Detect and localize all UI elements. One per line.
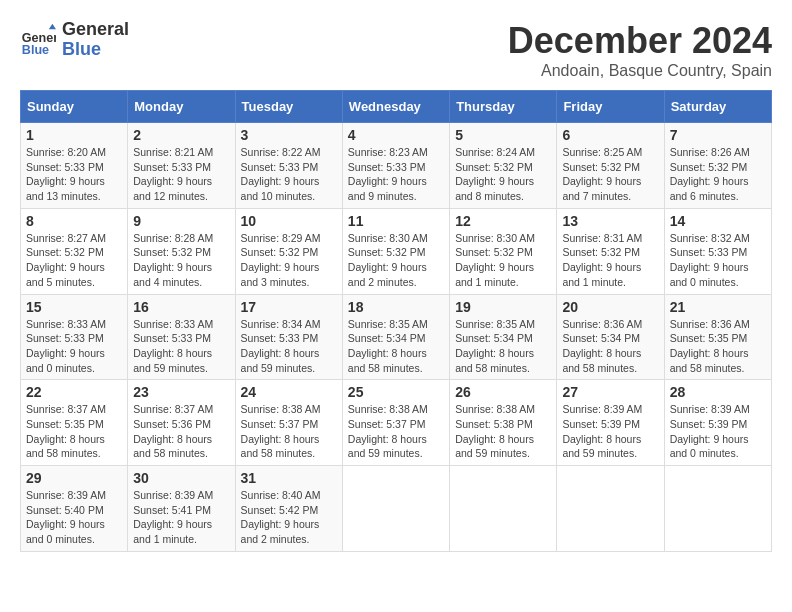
day-number: 15 xyxy=(26,299,122,315)
calendar-week-row: 8 Sunrise: 8:27 AM Sunset: 5:32 PM Dayli… xyxy=(21,208,772,294)
logo-text: General Blue xyxy=(62,20,129,60)
calendar-week-row: 22 Sunrise: 8:37 AM Sunset: 5:35 PM Dayl… xyxy=(21,380,772,466)
day-detail: Sunrise: 8:21 AM Sunset: 5:33 PM Dayligh… xyxy=(133,145,229,204)
day-number: 7 xyxy=(670,127,766,143)
calendar-cell xyxy=(342,466,449,552)
day-number: 26 xyxy=(455,384,551,400)
calendar-cell: 5 Sunrise: 8:24 AM Sunset: 5:32 PM Dayli… xyxy=(450,123,557,209)
day-detail: Sunrise: 8:37 AM Sunset: 5:35 PM Dayligh… xyxy=(26,402,122,461)
day-number: 25 xyxy=(348,384,444,400)
day-detail: Sunrise: 8:36 AM Sunset: 5:35 PM Dayligh… xyxy=(670,317,766,376)
day-detail: Sunrise: 8:39 AM Sunset: 5:39 PM Dayligh… xyxy=(562,402,658,461)
calendar-cell: 11 Sunrise: 8:30 AM Sunset: 5:32 PM Dayl… xyxy=(342,208,449,294)
calendar-cell xyxy=(664,466,771,552)
calendar-cell: 17 Sunrise: 8:34 AM Sunset: 5:33 PM Dayl… xyxy=(235,294,342,380)
calendar-cell: 19 Sunrise: 8:35 AM Sunset: 5:34 PM Dayl… xyxy=(450,294,557,380)
day-detail: Sunrise: 8:30 AM Sunset: 5:32 PM Dayligh… xyxy=(348,231,444,290)
calendar-cell: 10 Sunrise: 8:29 AM Sunset: 5:32 PM Dayl… xyxy=(235,208,342,294)
day-number: 18 xyxy=(348,299,444,315)
logo-icon: General Blue xyxy=(20,22,56,58)
calendar-cell: 4 Sunrise: 8:23 AM Sunset: 5:33 PM Dayli… xyxy=(342,123,449,209)
calendar-header-monday: Monday xyxy=(128,91,235,123)
day-number: 10 xyxy=(241,213,337,229)
day-number: 14 xyxy=(670,213,766,229)
day-number: 27 xyxy=(562,384,658,400)
main-title: December 2024 xyxy=(508,20,772,62)
day-detail: Sunrise: 8:22 AM Sunset: 5:33 PM Dayligh… xyxy=(241,145,337,204)
calendar-header-tuesday: Tuesday xyxy=(235,91,342,123)
day-number: 16 xyxy=(133,299,229,315)
calendar-cell: 6 Sunrise: 8:25 AM Sunset: 5:32 PM Dayli… xyxy=(557,123,664,209)
day-detail: Sunrise: 8:28 AM Sunset: 5:32 PM Dayligh… xyxy=(133,231,229,290)
logo-line1: General xyxy=(62,20,129,40)
calendar-table: SundayMondayTuesdayWednesdayThursdayFrid… xyxy=(20,90,772,552)
day-detail: Sunrise: 8:37 AM Sunset: 5:36 PM Dayligh… xyxy=(133,402,229,461)
day-detail: Sunrise: 8:40 AM Sunset: 5:42 PM Dayligh… xyxy=(241,488,337,547)
day-detail: Sunrise: 8:23 AM Sunset: 5:33 PM Dayligh… xyxy=(348,145,444,204)
day-detail: Sunrise: 8:24 AM Sunset: 5:32 PM Dayligh… xyxy=(455,145,551,204)
page-header: General Blue General Blue December 2024 … xyxy=(20,20,772,80)
calendar-header-friday: Friday xyxy=(557,91,664,123)
title-area: December 2024 Andoain, Basque Country, S… xyxy=(508,20,772,80)
day-number: 21 xyxy=(670,299,766,315)
calendar-cell: 9 Sunrise: 8:28 AM Sunset: 5:32 PM Dayli… xyxy=(128,208,235,294)
calendar-cell xyxy=(557,466,664,552)
calendar-header-sunday: Sunday xyxy=(21,91,128,123)
calendar-cell: 26 Sunrise: 8:38 AM Sunset: 5:38 PM Dayl… xyxy=(450,380,557,466)
day-number: 3 xyxy=(241,127,337,143)
day-number: 20 xyxy=(562,299,658,315)
calendar-cell: 25 Sunrise: 8:38 AM Sunset: 5:37 PM Dayl… xyxy=(342,380,449,466)
svg-marker-2 xyxy=(49,24,56,29)
calendar-cell: 16 Sunrise: 8:33 AM Sunset: 5:33 PM Dayl… xyxy=(128,294,235,380)
day-number: 13 xyxy=(562,213,658,229)
calendar-cell: 13 Sunrise: 8:31 AM Sunset: 5:32 PM Dayl… xyxy=(557,208,664,294)
subtitle: Andoain, Basque Country, Spain xyxy=(508,62,772,80)
day-number: 17 xyxy=(241,299,337,315)
day-number: 5 xyxy=(455,127,551,143)
day-detail: Sunrise: 8:34 AM Sunset: 5:33 PM Dayligh… xyxy=(241,317,337,376)
calendar-cell: 24 Sunrise: 8:38 AM Sunset: 5:37 PM Dayl… xyxy=(235,380,342,466)
day-number: 1 xyxy=(26,127,122,143)
calendar-cell: 3 Sunrise: 8:22 AM Sunset: 5:33 PM Dayli… xyxy=(235,123,342,209)
day-number: 24 xyxy=(241,384,337,400)
calendar-cell: 31 Sunrise: 8:40 AM Sunset: 5:42 PM Dayl… xyxy=(235,466,342,552)
day-detail: Sunrise: 8:29 AM Sunset: 5:32 PM Dayligh… xyxy=(241,231,337,290)
calendar-cell: 20 Sunrise: 8:36 AM Sunset: 5:34 PM Dayl… xyxy=(557,294,664,380)
calendar-header-saturday: Saturday xyxy=(664,91,771,123)
calendar-header-wednesday: Wednesday xyxy=(342,91,449,123)
day-number: 9 xyxy=(133,213,229,229)
day-detail: Sunrise: 8:39 AM Sunset: 5:39 PM Dayligh… xyxy=(670,402,766,461)
day-number: 6 xyxy=(562,127,658,143)
calendar-cell: 28 Sunrise: 8:39 AM Sunset: 5:39 PM Dayl… xyxy=(664,380,771,466)
day-number: 22 xyxy=(26,384,122,400)
day-detail: Sunrise: 8:26 AM Sunset: 5:32 PM Dayligh… xyxy=(670,145,766,204)
day-detail: Sunrise: 8:35 AM Sunset: 5:34 PM Dayligh… xyxy=(348,317,444,376)
calendar-cell: 8 Sunrise: 8:27 AM Sunset: 5:32 PM Dayli… xyxy=(21,208,128,294)
day-detail: Sunrise: 8:36 AM Sunset: 5:34 PM Dayligh… xyxy=(562,317,658,376)
day-detail: Sunrise: 8:32 AM Sunset: 5:33 PM Dayligh… xyxy=(670,231,766,290)
day-detail: Sunrise: 8:39 AM Sunset: 5:40 PM Dayligh… xyxy=(26,488,122,547)
day-detail: Sunrise: 8:38 AM Sunset: 5:38 PM Dayligh… xyxy=(455,402,551,461)
logo: General Blue General Blue xyxy=(20,20,129,60)
calendar-cell: 22 Sunrise: 8:37 AM Sunset: 5:35 PM Dayl… xyxy=(21,380,128,466)
calendar-cell: 15 Sunrise: 8:33 AM Sunset: 5:33 PM Dayl… xyxy=(21,294,128,380)
calendar-cell: 1 Sunrise: 8:20 AM Sunset: 5:33 PM Dayli… xyxy=(21,123,128,209)
calendar-cell: 29 Sunrise: 8:39 AM Sunset: 5:40 PM Dayl… xyxy=(21,466,128,552)
calendar-cell: 2 Sunrise: 8:21 AM Sunset: 5:33 PM Dayli… xyxy=(128,123,235,209)
day-detail: Sunrise: 8:33 AM Sunset: 5:33 PM Dayligh… xyxy=(133,317,229,376)
day-detail: Sunrise: 8:33 AM Sunset: 5:33 PM Dayligh… xyxy=(26,317,122,376)
day-detail: Sunrise: 8:20 AM Sunset: 5:33 PM Dayligh… xyxy=(26,145,122,204)
day-detail: Sunrise: 8:39 AM Sunset: 5:41 PM Dayligh… xyxy=(133,488,229,547)
calendar-cell: 23 Sunrise: 8:37 AM Sunset: 5:36 PM Dayl… xyxy=(128,380,235,466)
day-number: 8 xyxy=(26,213,122,229)
day-number: 11 xyxy=(348,213,444,229)
day-number: 30 xyxy=(133,470,229,486)
calendar-header-thursday: Thursday xyxy=(450,91,557,123)
day-number: 29 xyxy=(26,470,122,486)
calendar-cell: 12 Sunrise: 8:30 AM Sunset: 5:32 PM Dayl… xyxy=(450,208,557,294)
calendar-cell: 30 Sunrise: 8:39 AM Sunset: 5:41 PM Dayl… xyxy=(128,466,235,552)
day-number: 12 xyxy=(455,213,551,229)
calendar-cell: 21 Sunrise: 8:36 AM Sunset: 5:35 PM Dayl… xyxy=(664,294,771,380)
calendar-week-row: 15 Sunrise: 8:33 AM Sunset: 5:33 PM Dayl… xyxy=(21,294,772,380)
day-detail: Sunrise: 8:35 AM Sunset: 5:34 PM Dayligh… xyxy=(455,317,551,376)
